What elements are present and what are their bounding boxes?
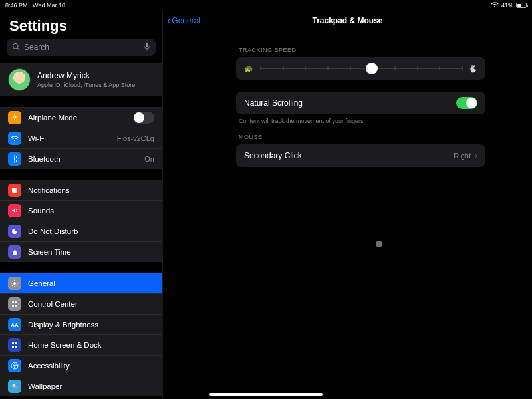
accessibility-icon — [8, 359, 21, 372]
svg-line-11 — [17, 285, 17, 285]
status-date: Wed Mar 18 — [33, 2, 65, 9]
sidebar-item-label: Wallpaper — [28, 382, 62, 390]
tracking-speed-slider-card: 🐢 🐇 — [236, 57, 485, 80]
wallpaper-icon — [8, 380, 21, 393]
detail-panel: ‹ General Trackpad & Mouse TRACKING SPEE… — [163, 11, 532, 399]
sidebar-item-general[interactable]: General — [0, 273, 162, 293]
sidebar-item-label: Wi-Fi — [28, 134, 46, 142]
sidebar-item-label: Accessibility — [28, 362, 70, 370]
screentime-icon — [8, 245, 21, 259]
slider-tick — [350, 66, 351, 70]
sidebar-item-label: Home Screen & Dock — [28, 341, 102, 349]
bluetooth-value: On — [144, 155, 154, 163]
status-time: 8:46 PM — [5, 2, 28, 9]
mic-icon[interactable] — [144, 43, 150, 53]
secondary-click-value: Right — [454, 152, 471, 160]
search-placeholder: Search — [24, 43, 49, 52]
svg-rect-16 — [12, 305, 14, 307]
sidebar-item-control-center[interactable]: Control Center — [0, 293, 162, 314]
sidebar-item-home-screen-dock[interactable]: Home Screen & Dock — [0, 334, 162, 355]
svg-line-13 — [12, 285, 13, 285]
secondary-click-card: Secondary Click Right › — [236, 144, 485, 167]
mouse-cursor — [376, 241, 382, 247]
svg-line-10 — [12, 281, 13, 281]
settings-title: Settings — [0, 11, 162, 39]
svg-rect-19 — [15, 342, 17, 344]
gear-icon — [8, 277, 21, 290]
home-screen-icon — [8, 338, 21, 352]
secondary-click-row[interactable]: Secondary Click Right › — [236, 144, 485, 167]
back-label: General — [172, 16, 200, 25]
sidebar-item-airplane-mode[interactable]: ✈︎ Airplane Mode — [0, 107, 162, 128]
sidebar-item-label: Screen Time — [28, 248, 71, 256]
sidebar-item-accessibility[interactable]: Accessibility — [0, 355, 162, 376]
natural-scrolling-row[interactable]: Natural Scrolling — [236, 92, 485, 114]
svg-rect-20 — [12, 346, 14, 348]
profile-subtitle: Apple ID, iCloud, iTunes & App Store — [37, 82, 135, 88]
sidebar-item-label: Do Not Disturb — [28, 227, 78, 235]
control-center-icon — [8, 297, 21, 311]
svg-point-5 — [13, 282, 16, 285]
turtle-icon: 🐢 — [244, 65, 253, 73]
sidebar-item-label: Airplane Mode — [28, 114, 77, 122]
search-icon — [12, 43, 20, 53]
secondary-click-label: Secondary Click — [244, 151, 302, 160]
slider-tick — [462, 66, 463, 70]
wifi-icon — [491, 2, 499, 9]
svg-rect-4 — [13, 251, 17, 255]
status-time-date: 8:46 PM Wed Mar 18 — [5, 2, 65, 9]
svg-rect-3 — [12, 188, 17, 193]
slider-tick — [417, 66, 418, 70]
svg-rect-2 — [146, 43, 148, 47]
svg-point-25 — [14, 386, 17, 389]
sidebar-item-wifi[interactable]: Wi-Fi Fios-v2CLq — [0, 128, 162, 148]
sidebar-item-screen-time[interactable]: Screen Time — [0, 241, 162, 262]
sounds-icon — [8, 204, 21, 217]
tracking-speed-slider[interactable] — [260, 68, 462, 69]
chevron-right-icon: › — [475, 151, 477, 160]
display-icon: AA — [8, 318, 21, 331]
sidebar-item-wallpaper[interactable]: Wallpaper — [0, 376, 162, 396]
apple-id-row[interactable]: Andrew Myrick Apple ID, iCloud, iTunes &… — [0, 63, 162, 97]
notifications-icon — [8, 184, 21, 197]
slider-thumb[interactable] — [366, 63, 378, 74]
rabbit-icon: 🐇 — [468, 65, 477, 73]
sidebar-item-notifications[interactable]: Notifications — [0, 180, 162, 200]
svg-rect-18 — [12, 342, 14, 344]
chevron-left-icon: ‹ — [167, 15, 170, 26]
nav-bar: ‹ General Trackpad & Mouse — [163, 11, 532, 31]
airplane-toggle[interactable] — [133, 112, 154, 124]
airplane-icon: ✈︎ — [8, 111, 21, 124]
svg-rect-15 — [15, 301, 17, 303]
sidebar-item-label: Display & Brightness — [28, 321, 98, 329]
sidebar-item-label: Sounds — [28, 207, 54, 215]
natural-scrolling-label: Natural Scrolling — [244, 98, 303, 108]
wifi-row-icon — [8, 132, 21, 145]
sidebar-item-sounds[interactable]: Sounds — [0, 200, 162, 221]
slider-tick — [439, 66, 440, 70]
sidebar-item-label: Notifications — [28, 186, 70, 194]
slider-tick — [260, 66, 261, 70]
home-indicator[interactable] — [209, 393, 323, 396]
sidebar-item-label: Bluetooth — [28, 155, 61, 163]
natural-scrolling-card: Natural Scrolling — [236, 92, 485, 114]
sidebar-item-display-brightness[interactable]: AA Display & Brightness — [0, 314, 162, 334]
svg-point-23 — [14, 363, 15, 364]
back-button[interactable]: ‹ General — [163, 15, 200, 26]
svg-rect-14 — [12, 301, 14, 303]
slider-tick — [283, 66, 284, 70]
search-input[interactable]: Search — [7, 39, 156, 56]
slider-tick — [305, 66, 306, 70]
avatar — [8, 68, 31, 91]
wifi-value: Fios-v2CLq — [117, 134, 154, 142]
sidebar-item-bluetooth[interactable]: Bluetooth On — [0, 148, 162, 169]
status-bar: 8:46 PM Wed Mar 18 41% — [0, 0, 532, 11]
sidebar-item-label: General — [28, 279, 55, 287]
natural-scrolling-hint: Content will track the movement of your … — [236, 114, 485, 124]
sidebar-item-label: Control Center — [28, 300, 78, 308]
svg-point-0 — [13, 43, 19, 49]
battery-icon — [516, 3, 527, 8]
natural-scrolling-toggle[interactable] — [456, 97, 477, 109]
svg-rect-17 — [15, 305, 17, 307]
sidebar-item-do-not-disturb[interactable]: Do Not Disturb — [0, 221, 162, 241]
